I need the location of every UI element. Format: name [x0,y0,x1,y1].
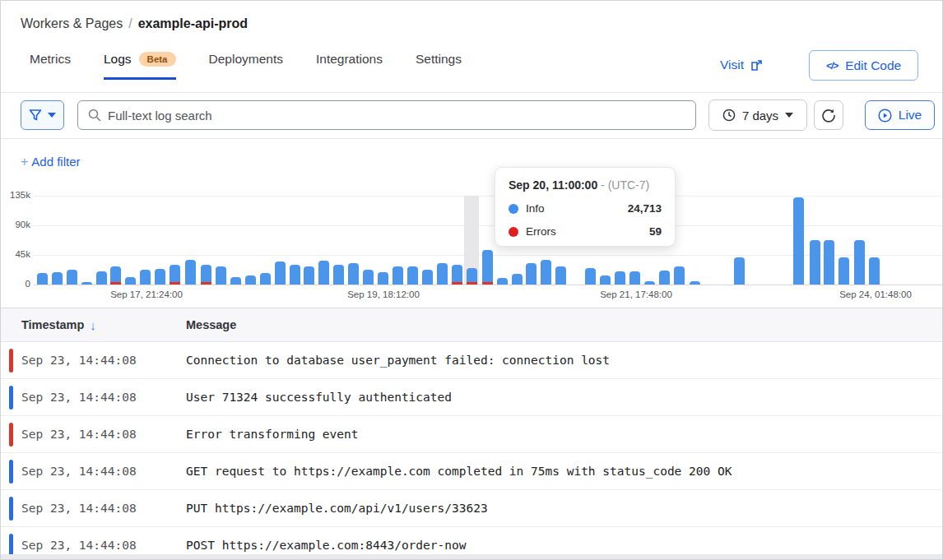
chart-bar[interactable] [452,265,462,285]
x-axis-tick: Sep 17, 21:24:00 [110,289,183,299]
timestamp-column-header[interactable]: Timestamp ↓ [1,318,165,332]
chart-bar[interactable] [81,282,92,285]
chart-bar[interactable] [333,265,344,285]
severity-indicator-error [9,349,13,373]
log-timestamp: Sep 23, 14:44:08 [1,465,165,478]
chart-bar[interactable] [482,250,493,285]
errors-dot-icon [509,227,518,237]
chevron-down-icon [48,113,56,118]
tooltip-errors-row: Errors 59 [509,225,662,238]
chart-bar[interactable] [348,263,359,285]
log-message: Error transforming event [165,428,359,441]
code-icon: </> [825,60,838,72]
chart-bar[interactable] [838,257,849,285]
chart-bar[interactable] [629,271,640,285]
x-axis-tick: Sep 24, 01:48:00 [839,289,912,299]
chart-tooltip: Sep 20, 11:00:00 - (UTC-7) Info 24,713 E… [495,167,676,247]
tooltip-info-value: 24,713 [628,202,662,215]
log-volume-chart: 045k90k135kSep 17, 21:24:00Sep 19, 18:12… [1,186,943,308]
chart-bar[interactable] [245,275,256,285]
tab-bar: Metrics Logs Beta Deployments Integratio… [30,52,462,80]
tab-settings[interactable]: Settings [416,52,462,80]
chart-plot [1,196,943,285]
chart-bar[interactable] [125,277,136,285]
refresh-button[interactable] [814,100,843,130]
chart-bar[interactable] [67,270,77,285]
chart-bar[interactable] [304,266,314,285]
table-row[interactable]: Sep 23, 14:44:08GET request to https://e… [1,453,943,490]
chart-bar[interactable] [96,271,107,285]
chart-bar[interactable] [615,271,625,285]
filter-button[interactable] [21,100,64,130]
table-row[interactable]: Sep 23, 14:44:08User 71324 successfully … [1,379,943,416]
chart-bar[interactable] [110,266,121,285]
chart-bar[interactable] [155,269,165,285]
severity-indicator-error [9,423,13,447]
log-message: Connection to database user_payment fail… [165,354,610,367]
chart-bar[interactable] [869,257,880,285]
chart-bar[interactable] [690,281,700,285]
visit-link-label: Visit [720,58,744,72]
chart-bar[interactable] [230,277,241,285]
chart-bar[interactable] [437,263,448,285]
table-row[interactable]: Sep 23, 14:44:08PUT https://example.com/… [1,490,943,527]
tab-logs[interactable]: Logs Beta [104,52,176,80]
tab-integrations-label: Integrations [316,52,383,67]
add-filter-button[interactable]: +Add filter [21,155,81,169]
chart-bar[interactable] [600,275,611,285]
beta-badge: Beta [139,52,176,67]
chart-bar[interactable] [260,273,271,285]
chart-bar-errors-segment [170,282,180,285]
search-input[interactable] [108,109,685,123]
chart-bar[interactable] [185,260,196,285]
chart-bar[interactable] [824,240,834,285]
edit-code-button[interactable]: </> Edit Code [809,50,918,81]
time-range-dropdown[interactable]: 7 days [708,100,807,131]
sort-descending-icon[interactable]: ↓ [90,318,96,332]
chart-bar[interactable] [585,268,596,285]
chart-bar[interactable] [793,197,804,285]
chart-bar[interactable] [140,270,151,285]
chart-bar[interactable] [170,265,180,285]
chart-bar[interactable] [378,272,388,285]
chart-bar[interactable] [734,257,745,285]
chart-bar[interactable] [555,266,566,285]
message-header-label: Message [186,318,236,331]
chart-bar[interactable] [810,240,820,285]
table-body: Sep 23, 14:44:08Connection to database u… [1,342,943,560]
page-title: example-api-prod [138,16,248,30]
chart-bar[interactable] [216,266,226,285]
chart-bar[interactable] [37,273,48,285]
play-circle-icon [878,109,892,123]
chart-bar[interactable] [422,270,433,285]
chart-bar[interactable] [512,274,523,285]
visit-link[interactable]: Visit [720,58,763,72]
table-row[interactable]: Sep 23, 14:44:08Connection to database u… [1,342,943,379]
live-button[interactable]: Live [865,100,935,130]
chart-bar[interactable] [318,261,329,285]
chart-bar[interactable] [467,268,477,285]
chart-bar[interactable] [674,266,685,285]
chart-bar[interactable] [644,281,655,285]
chart-bar[interactable] [541,260,551,285]
breadcrumb-section[interactable]: Workers & Pages [21,16,123,30]
tab-integrations[interactable]: Integrations [316,52,383,80]
chevron-down-icon [785,113,793,118]
chart-bar[interactable] [407,266,418,285]
chart-bar[interactable] [497,278,508,285]
chart-bar[interactable] [659,271,670,285]
chart-bar[interactable] [854,240,865,285]
chart-bar[interactable] [52,272,63,285]
table-row[interactable]: Sep 23, 14:44:08Error transforming event [1,416,943,453]
log-message: POST https://example.com:8443/order-now [165,539,466,552]
chart-bar[interactable] [290,265,300,285]
log-table: Timestamp ↓ Message Sep 23, 14:44:08Conn… [1,308,943,559]
tab-deployments[interactable]: Deployments [209,52,283,80]
chart-bar[interactable] [363,270,374,285]
chart-bar[interactable] [393,266,403,285]
chart-bar[interactable] [526,263,537,285]
chart-bar[interactable] [201,265,211,285]
chart-bar[interactable] [275,261,286,285]
tab-metrics[interactable]: Metrics [30,52,71,80]
tab-metrics-label: Metrics [30,52,71,67]
